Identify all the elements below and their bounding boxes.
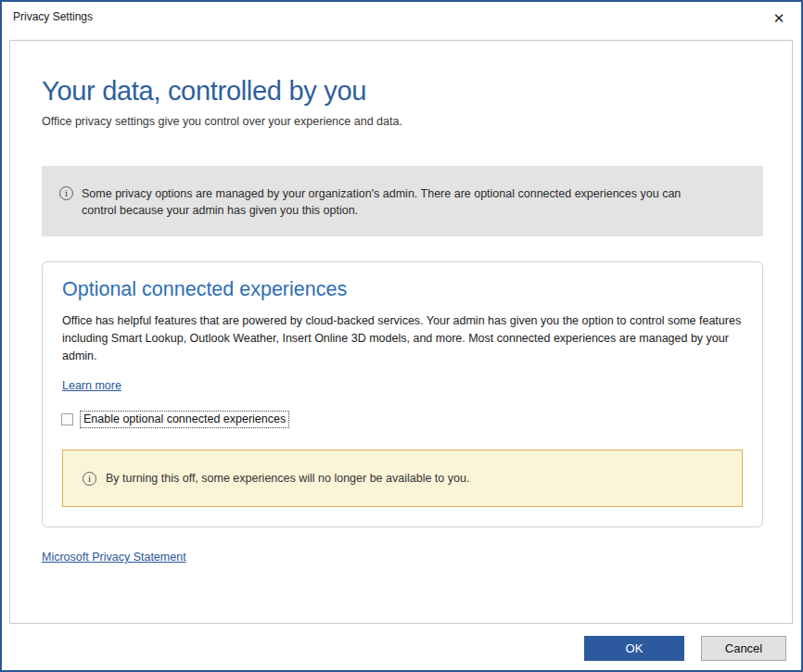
turn-off-warning-text: By turning this off, some experiences wi… bbox=[106, 472, 469, 485]
privacy-statement-link[interactable]: Microsoft Privacy Statement bbox=[42, 551, 186, 564]
learn-more-link[interactable]: Learn more bbox=[62, 379, 121, 392]
privacy-settings-dialog: Privacy Settings ✕ Your data, controlled… bbox=[0, 0, 803, 672]
admin-notice-text: Some privacy options are managed by your… bbox=[82, 185, 712, 236]
section-title: Optional connected experiences bbox=[62, 278, 347, 301]
close-icon[interactable]: ✕ bbox=[764, 6, 794, 32]
info-icon: i bbox=[83, 472, 96, 486]
page-subtitle: Office privacy settings give you control… bbox=[42, 115, 402, 128]
dialog-title: Privacy Settings bbox=[13, 10, 93, 23]
enable-optional-experiences-label[interactable]: Enable optional connected experiences bbox=[80, 411, 289, 428]
content-panel: Your data, controlled by you Office priv… bbox=[9, 40, 793, 624]
admin-notice-banner: i Some privacy options are managed by yo… bbox=[42, 166, 763, 236]
enable-optional-experiences-checkbox[interactable] bbox=[61, 413, 73, 425]
turn-off-warning-banner: i By turning this off, some experiences … bbox=[62, 450, 743, 507]
ok-button[interactable]: OK bbox=[584, 636, 684, 661]
enable-optional-experiences-row: Enable optional connected experiences bbox=[61, 411, 289, 428]
optional-experiences-card: Optional connected experiences Office ha… bbox=[42, 261, 763, 527]
cancel-button[interactable]: Cancel bbox=[701, 636, 786, 661]
section-description: Office has helpful features that are pow… bbox=[62, 312, 750, 365]
page-title: Your data, controlled by you bbox=[42, 74, 366, 108]
info-icon: i bbox=[59, 186, 73, 200]
